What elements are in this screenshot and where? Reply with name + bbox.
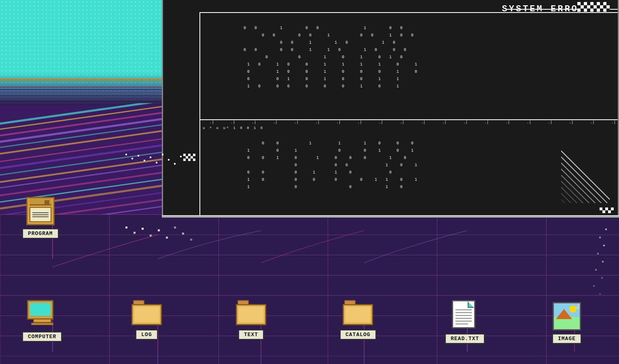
h-grid-line-2 (0, 235, 619, 235)
floppy-icon (26, 197, 55, 225)
log-folder-icon (131, 300, 162, 326)
dots-scatter (125, 224, 198, 245)
dots-right (558, 224, 607, 305)
diagonal-lines-br (561, 138, 610, 203)
h-grid-line-7 (0, 336, 619, 336)
h-grid-line-6 (0, 315, 619, 316)
computer-icon-item[interactable]: COMPUTER (22, 300, 62, 342)
h-grid-line-4 (0, 275, 619, 275)
read-txt-icon-item[interactable]: READ.TXT (445, 300, 485, 344)
text-icon-item[interactable]: TEXT (236, 300, 266, 340)
error-screen: SYSTEM ERROR 0 0 1 0 0 1 0 0 0 0 0 0 1 0… (162, 0, 619, 216)
screen-bezel (162, 215, 619, 218)
h-grid-line-3 (0, 255, 619, 255)
document-icon (452, 300, 478, 330)
computer-label: COMPUTER (22, 332, 62, 342)
dots-left-1 (125, 152, 186, 168)
read-txt-label: READ.TXT (445, 334, 485, 344)
log-icon-item[interactable]: LOG (131, 300, 162, 340)
checker-top-right (577, 2, 610, 12)
catalog-folder-icon (343, 300, 373, 326)
log-label: LOG (136, 330, 157, 340)
program-label: PROGRAM (22, 229, 59, 239)
v-grid-4 (437, 214, 437, 364)
computer-icon (27, 300, 57, 328)
v-grid-1 (109, 214, 110, 364)
grid-overlay (0, 214, 619, 364)
image-icon-item[interactable]: IMAGE (552, 302, 581, 344)
v-grid-3 (328, 214, 328, 364)
binary-data-bottom: 0 0 1 1 1 0 0 0 1 0 1 0 0 1 0 1 0 0 1 0 … (208, 129, 618, 215)
binary-data-top: 0 0 1 0 0 1 0 0 0 0 0 0 1 0 0 1 0 0 0 0 … (208, 14, 618, 119)
catalog-icon-item[interactable]: CATALOG (340, 300, 376, 340)
checker-bottom-right (600, 207, 614, 213)
desktop: SYSTEM ERROR 0 0 1 0 0 1 0 0 0 0 0 0 1 0… (0, 0, 619, 364)
image-icon (553, 302, 581, 330)
v-grid-2 (218, 214, 219, 364)
program-icon-item[interactable]: PROGRAM (22, 197, 59, 239)
text-label: TEXT (238, 330, 264, 340)
tick-marks: .|.|.|.|.|.|.|.|.|.|.|.|.|.|.|.|.|.|.|.| (208, 121, 618, 125)
image-label: IMAGE (552, 334, 581, 344)
h-grid-line-5 (0, 295, 619, 296)
text-folder-icon (236, 300, 266, 326)
catalog-label: CATALOG (340, 330, 376, 340)
v-grid-5 (546, 214, 547, 364)
